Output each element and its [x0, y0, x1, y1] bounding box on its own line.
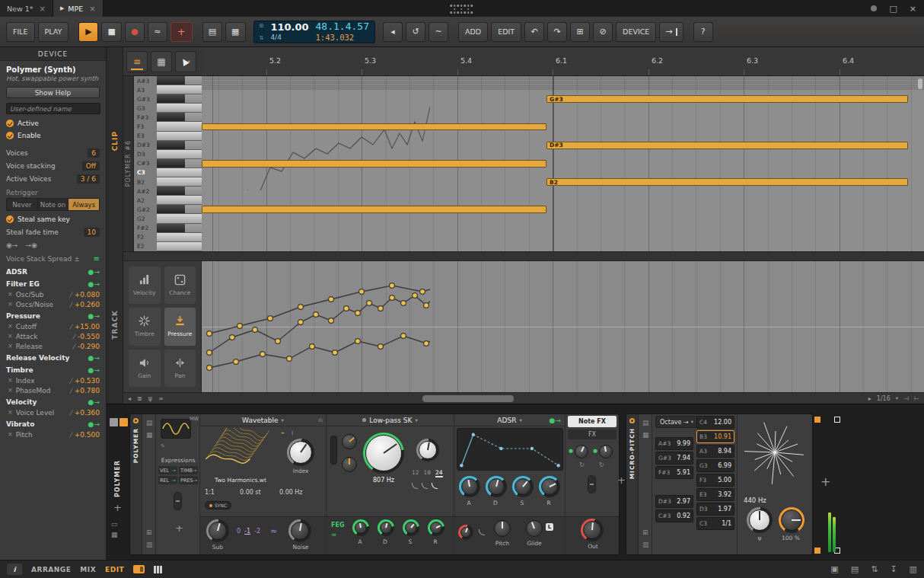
piano-key[interactable]: E2	[134, 242, 202, 251]
note-bar[interactable]: B2	[546, 178, 908, 186]
pitch-knob[interactable]	[494, 520, 511, 537]
transport-play-button[interactable]: ▶	[78, 22, 98, 42]
enable-toggle[interactable]: Enable	[0, 129, 106, 142]
link-icon[interactable]: ∞	[158, 395, 164, 402]
polymer-out-knob[interactable]	[583, 521, 601, 539]
expression-slot-vel[interactable]: VEL→	[158, 466, 177, 474]
retrigger-option-never[interactable]: Never	[7, 199, 38, 210]
add-device-button[interactable]: +	[820, 474, 830, 489]
fx-cycle-icon[interactable]: ↻	[579, 461, 585, 468]
vibrato-amount-knob[interactable]	[460, 527, 471, 538]
mpe-icon[interactable]: ψ	[148, 395, 152, 402]
mod-target-row[interactable]: ×PhaseMod/+0.780	[0, 385, 106, 395]
mod-route-icon[interactable]: ●→	[88, 398, 100, 406]
view-switch-mix[interactable]: MIX	[80, 566, 96, 573]
mixer-strip-icon[interactable]	[154, 566, 162, 573]
document-tab[interactable]: ▶MPE×	[53, 0, 104, 17]
piano-key[interactable]: E3	[134, 132, 202, 141]
wavetable-name[interactable]: Two Harmonics.wt	[202, 477, 279, 484]
horizontal-scrollbar-handle[interactable]	[422, 395, 514, 402]
download-panel-icon[interactable]: ↧	[890, 564, 897, 574]
micropitch-cell-c3[interactable]: C31/1	[696, 517, 734, 530]
polymer-titlebar[interactable]: POLYMER	[130, 414, 142, 554]
overdub-toggle-button[interactable]: +	[170, 22, 193, 42]
piano-key[interactable]: G2	[134, 214, 202, 223]
sub-octave-0[interactable]: 0	[237, 528, 241, 535]
active-toggle[interactable]: Active	[0, 117, 106, 129]
remove-mod-icon[interactable]: ×	[8, 343, 13, 350]
adsr-envelope-display[interactable]	[457, 428, 563, 471]
active-checkbox-icon[interactable]	[6, 120, 14, 127]
lfo-edit-icon[interactable]: ✎	[161, 443, 165, 449]
mod-target-row[interactable]: ×Voice Level/+0.360	[0, 407, 106, 417]
copy-button[interactable]: ⊞	[570, 22, 590, 42]
song-position[interactable]: 48.1.4.57	[316, 21, 369, 33]
row-value[interactable]: 6	[88, 148, 100, 158]
reference-knob[interactable]	[749, 509, 770, 531]
row-value[interactable]: Off	[82, 161, 100, 171]
window-restore-button[interactable]: □	[889, 4, 897, 14]
piano-key[interactable]: A3	[134, 85, 202, 94]
mod-amount-value[interactable]: -0.550	[78, 333, 100, 340]
transport-record-button[interactable]: ●	[125, 22, 145, 42]
mod-amount-value[interactable]: +0.500	[75, 431, 100, 439]
expression-tab-pressure[interactable]: Pressure	[164, 308, 196, 345]
mod-target-row[interactable]: ×Pitch/+0.500	[0, 430, 106, 439]
fx-tab[interactable]: FX	[568, 430, 617, 439]
expression-tab-chance[interactable]: Chance	[164, 267, 196, 304]
add-menu-button[interactable]: ADD	[458, 22, 488, 42]
transport-display[interactable]: ⊞ ⇅ 110.00 4/4 48.1.4.57 1:43.032	[253, 21, 376, 43]
filter-slope-18[interactable]: 18	[424, 469, 432, 476]
insert-device-button[interactable]: →	[659, 22, 683, 42]
track-select-chip[interactable]	[110, 418, 118, 426]
remove-mod-icon[interactable]: ×	[8, 431, 13, 438]
mp-expand-icon[interactable]: ⊞	[642, 529, 648, 536]
sub-wave-icon[interactable]: ≈	[270, 526, 277, 536]
micropitch-cell-as3[interactable]: A#39.99	[655, 437, 693, 450]
phase-icon[interactable]: ı	[292, 430, 293, 436]
expression-slot-timb[interactable]: TIMB→	[179, 466, 198, 474]
clip-tab[interactable]: CLIP	[107, 131, 123, 151]
time-signature[interactable]: 4/4	[270, 34, 308, 41]
note-editor-mode-button[interactable]: ≡	[126, 51, 148, 72]
device-name-input[interactable]	[6, 103, 100, 114]
vertical-scrollbar-handle[interactable]	[918, 78, 922, 89]
browser-panel-icon[interactable]: ▣	[830, 564, 838, 574]
micropitch-power-icon[interactable]	[629, 418, 635, 423]
lfo-sine-display[interactable]	[161, 419, 191, 439]
micropitch-cell-e3[interactable]: E33.92	[696, 488, 734, 501]
play-menu-button[interactable]: PLAY	[38, 22, 69, 42]
inspector-row-voices[interactable]: Voices6	[0, 146, 106, 159]
glide-curve-icon[interactable]	[479, 529, 485, 535]
window-close-button[interactable]: ×	[910, 4, 916, 14]
expression-tab-pan[interactable]: Pan	[164, 350, 196, 387]
micropitch-cell-f3[interactable]: F35.00	[696, 474, 734, 487]
inspector-row-voice-stacking[interactable]: Voice stackingOff	[0, 159, 106, 172]
lane-header[interactable]: POLYMER #6	[123, 76, 134, 251]
filter-power-icon[interactable]	[362, 418, 366, 422]
mod-target-row[interactable]: ×Oscs/Noise/+0.260	[0, 299, 106, 309]
mod-source-header[interactable]: Timbre●→	[0, 363, 106, 375]
tempo-value[interactable]: 110.00	[270, 22, 308, 34]
note-fx-tab[interactable]: Note FX	[568, 416, 617, 427]
zoom-out-icon[interactable]: ⊣	[903, 395, 909, 402]
view-switch-edit[interactable]: EDIT	[105, 566, 124, 573]
piano-key[interactable]: G#3	[134, 94, 202, 104]
mod-amount-value[interactable]: +0.780	[75, 387, 100, 394]
zoom-in-icon[interactable]: ⊢	[914, 395, 919, 402]
mod-target-row[interactable]: ×Index/+0.530	[0, 375, 106, 385]
expression-tab-timbre[interactable]: Timbre	[129, 308, 161, 345]
panel-layout-icon[interactable]	[133, 565, 145, 573]
file-panel-icon[interactable]: ▤	[851, 564, 859, 574]
unison-value[interactable]: 1:1	[205, 489, 215, 496]
steal-same-key-toggle[interactable]: Steal same key	[0, 213, 106, 225]
mod-route-icon[interactable]: ●→	[88, 280, 100, 288]
remove-mod-icon[interactable]: ×	[8, 377, 13, 384]
micropitch-cell-ds3[interactable]: D#32.97	[655, 495, 693, 508]
piano-key[interactable]: G3	[134, 104, 202, 113]
expression-slot-rel[interactable]: REL→	[158, 476, 177, 484]
piano-key[interactable]: B2	[134, 177, 202, 187]
mod-source-header[interactable]: Vibrato●→	[0, 417, 106, 430]
mod-source-header[interactable]: Filter EG●→	[0, 277, 106, 289]
note-bar[interactable]	[202, 160, 546, 168]
